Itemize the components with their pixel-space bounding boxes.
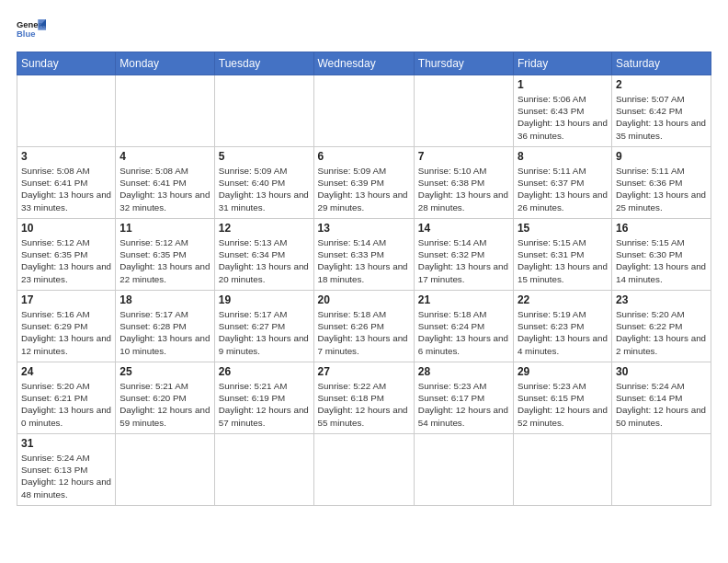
day-cell: 23Sunrise: 5:20 AM Sunset: 6:22 PM Dayli… <box>612 291 711 362</box>
day-cell <box>414 434 513 506</box>
day-cell: 10Sunrise: 5:12 AM Sunset: 6:35 PM Dayli… <box>17 219 116 291</box>
day-info: Sunrise: 5:18 AM Sunset: 6:26 PM Dayligh… <box>318 308 410 357</box>
calendar-table: SundayMondayTuesdayWednesdayThursdayFrid… <box>17 52 711 506</box>
day-number: 22 <box>518 293 608 306</box>
day-info: Sunrise: 5:23 AM Sunset: 6:17 PM Dayligh… <box>418 380 509 429</box>
weekday-saturday: Saturday <box>612 52 711 75</box>
day-info: Sunrise: 5:24 AM Sunset: 6:13 PM Dayligh… <box>21 452 111 500</box>
logo: General Blue <box>17 17 46 42</box>
day-info: Sunrise: 5:17 AM Sunset: 6:27 PM Dayligh… <box>219 308 310 357</box>
day-number: 12 <box>219 222 310 235</box>
day-number: 28 <box>418 365 509 378</box>
day-number: 7 <box>418 150 509 163</box>
day-cell: 3Sunrise: 5:08 AM Sunset: 6:41 PM Daylig… <box>17 147 116 219</box>
day-cell: 13Sunrise: 5:14 AM Sunset: 6:33 PM Dayli… <box>313 219 414 291</box>
day-info: Sunrise: 5:07 AM Sunset: 6:42 PM Dayligh… <box>616 93 707 142</box>
day-cell: 27Sunrise: 5:22 AM Sunset: 6:18 PM Dayli… <box>313 362 414 434</box>
day-cell: 22Sunrise: 5:19 AM Sunset: 6:23 PM Dayli… <box>513 291 611 362</box>
day-cell: 5Sunrise: 5:09 AM Sunset: 6:40 PM Daylig… <box>214 147 313 219</box>
day-info: Sunrise: 5:24 AM Sunset: 6:14 PM Dayligh… <box>616 380 707 429</box>
day-info: Sunrise: 5:17 AM Sunset: 6:28 PM Dayligh… <box>119 308 210 357</box>
day-info: Sunrise: 5:18 AM Sunset: 6:24 PM Dayligh… <box>418 308 509 357</box>
weekday-monday: Monday <box>116 52 214 75</box>
day-cell: 12Sunrise: 5:13 AM Sunset: 6:34 PM Dayli… <box>214 219 313 291</box>
day-cell: 14Sunrise: 5:14 AM Sunset: 6:32 PM Dayli… <box>414 219 513 291</box>
day-number: 23 <box>616 293 707 306</box>
day-cell: 7Sunrise: 5:10 AM Sunset: 6:38 PM Daylig… <box>414 147 513 219</box>
day-cell: 21Sunrise: 5:18 AM Sunset: 6:24 PM Dayli… <box>414 291 513 362</box>
day-info: Sunrise: 5:12 AM Sunset: 6:35 PM Dayligh… <box>119 236 210 285</box>
day-info: Sunrise: 5:22 AM Sunset: 6:18 PM Dayligh… <box>318 380 410 429</box>
weekday-thursday: Thursday <box>414 52 513 75</box>
day-info: Sunrise: 5:09 AM Sunset: 6:40 PM Dayligh… <box>219 165 310 213</box>
generalblue-logo-icon: General Blue <box>17 17 46 42</box>
day-cell <box>214 75 313 147</box>
day-info: Sunrise: 5:13 AM Sunset: 6:34 PM Dayligh… <box>219 236 310 285</box>
day-cell: 2Sunrise: 5:07 AM Sunset: 6:42 PM Daylig… <box>612 75 711 147</box>
day-cell <box>313 75 414 147</box>
day-number: 4 <box>119 150 210 163</box>
day-cell: 20Sunrise: 5:18 AM Sunset: 6:26 PM Dayli… <box>313 291 414 362</box>
week-row-6: 31Sunrise: 5:24 AM Sunset: 6:13 PM Dayli… <box>17 434 711 506</box>
day-cell <box>116 75 214 147</box>
week-row-1: 1Sunrise: 5:06 AM Sunset: 6:43 PM Daylig… <box>17 75 711 147</box>
day-info: Sunrise: 5:12 AM Sunset: 6:35 PM Dayligh… <box>21 236 111 285</box>
day-cell: 1Sunrise: 5:06 AM Sunset: 6:43 PM Daylig… <box>513 75 611 147</box>
day-number: 3 <box>21 150 111 163</box>
day-cell: 25Sunrise: 5:21 AM Sunset: 6:20 PM Dayli… <box>116 362 214 434</box>
day-cell: 17Sunrise: 5:16 AM Sunset: 6:29 PM Dayli… <box>17 291 116 362</box>
day-cell: 9Sunrise: 5:11 AM Sunset: 6:36 PM Daylig… <box>612 147 711 219</box>
day-number: 6 <box>318 150 410 163</box>
day-cell: 16Sunrise: 5:15 AM Sunset: 6:30 PM Dayli… <box>612 219 711 291</box>
day-info: Sunrise: 5:16 AM Sunset: 6:29 PM Dayligh… <box>21 308 111 357</box>
day-info: Sunrise: 5:14 AM Sunset: 6:32 PM Dayligh… <box>418 236 509 285</box>
page: General Blue SundayMondayTuesdayWednesda… <box>0 0 728 563</box>
day-info: Sunrise: 5:21 AM Sunset: 6:19 PM Dayligh… <box>219 380 310 429</box>
day-cell <box>612 434 711 506</box>
day-cell: 11Sunrise: 5:12 AM Sunset: 6:35 PM Dayli… <box>116 219 214 291</box>
weekday-tuesday: Tuesday <box>214 52 313 75</box>
day-cell: 8Sunrise: 5:11 AM Sunset: 6:37 PM Daylig… <box>513 147 611 219</box>
week-row-2: 3Sunrise: 5:08 AM Sunset: 6:41 PM Daylig… <box>17 147 711 219</box>
day-cell: 24Sunrise: 5:20 AM Sunset: 6:21 PM Dayli… <box>17 362 116 434</box>
day-info: Sunrise: 5:08 AM Sunset: 6:41 PM Dayligh… <box>21 165 111 213</box>
day-info: Sunrise: 5:19 AM Sunset: 6:23 PM Dayligh… <box>518 308 608 357</box>
day-info: Sunrise: 5:06 AM Sunset: 6:43 PM Dayligh… <box>518 93 608 142</box>
day-number: 25 <box>119 365 210 378</box>
day-cell: 29Sunrise: 5:23 AM Sunset: 6:15 PM Dayli… <box>513 362 611 434</box>
day-number: 20 <box>318 293 410 306</box>
day-number: 1 <box>518 78 608 91</box>
day-number: 31 <box>21 437 111 450</box>
day-number: 19 <box>219 293 310 306</box>
header: General Blue <box>17 17 711 42</box>
day-cell: 28Sunrise: 5:23 AM Sunset: 6:17 PM Dayli… <box>414 362 513 434</box>
day-number: 30 <box>616 365 707 378</box>
day-info: Sunrise: 5:14 AM Sunset: 6:33 PM Dayligh… <box>318 236 410 285</box>
day-number: 21 <box>418 293 509 306</box>
day-number: 17 <box>21 293 111 306</box>
day-number: 2 <box>616 78 707 91</box>
day-number: 15 <box>518 222 608 235</box>
day-number: 13 <box>318 222 410 235</box>
day-info: Sunrise: 5:20 AM Sunset: 6:21 PM Dayligh… <box>21 380 111 429</box>
day-number: 9 <box>616 150 707 163</box>
weekday-header-row: SundayMondayTuesdayWednesdayThursdayFrid… <box>17 52 711 75</box>
day-cell <box>313 434 414 506</box>
day-info: Sunrise: 5:11 AM Sunset: 6:37 PM Dayligh… <box>518 165 608 213</box>
svg-text:Blue: Blue <box>17 29 35 39</box>
day-cell: 18Sunrise: 5:17 AM Sunset: 6:28 PM Dayli… <box>116 291 214 362</box>
day-cell: 6Sunrise: 5:09 AM Sunset: 6:39 PM Daylig… <box>313 147 414 219</box>
day-number: 18 <box>119 293 210 306</box>
day-info: Sunrise: 5:09 AM Sunset: 6:39 PM Dayligh… <box>318 165 410 213</box>
day-cell: 31Sunrise: 5:24 AM Sunset: 6:13 PM Dayli… <box>17 434 116 506</box>
week-row-5: 24Sunrise: 5:20 AM Sunset: 6:21 PM Dayli… <box>17 362 711 434</box>
day-number: 11 <box>119 222 210 235</box>
day-cell <box>513 434 611 506</box>
day-cell: 30Sunrise: 5:24 AM Sunset: 6:14 PM Dayli… <box>612 362 711 434</box>
day-info: Sunrise: 5:11 AM Sunset: 6:36 PM Dayligh… <box>616 165 707 213</box>
day-cell: 15Sunrise: 5:15 AM Sunset: 6:31 PM Dayli… <box>513 219 611 291</box>
day-cell: 4Sunrise: 5:08 AM Sunset: 6:41 PM Daylig… <box>116 147 214 219</box>
day-info: Sunrise: 5:20 AM Sunset: 6:22 PM Dayligh… <box>616 308 707 357</box>
day-info: Sunrise: 5:08 AM Sunset: 6:41 PM Dayligh… <box>119 165 210 213</box>
day-cell <box>414 75 513 147</box>
